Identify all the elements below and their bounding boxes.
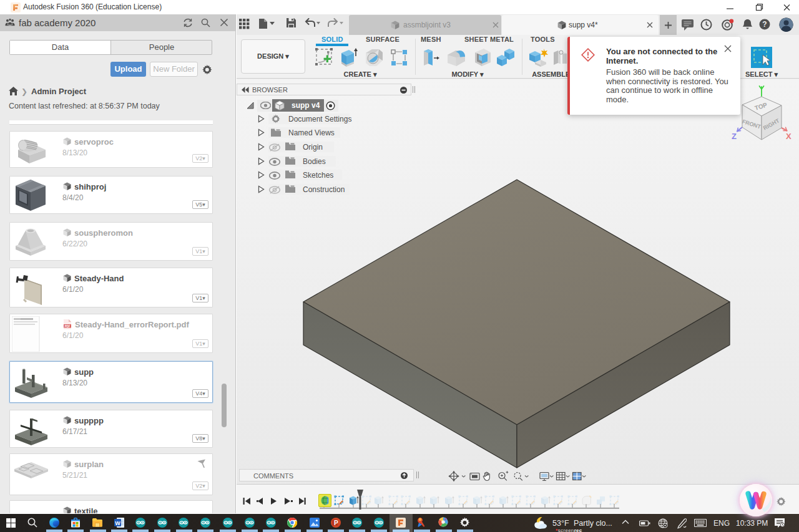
svg-text:P: P — [334, 520, 338, 526]
svg-text:X: X — [786, 132, 792, 141]
svg-text:Z: Z — [732, 132, 737, 141]
svg-text:PDF: PDF — [64, 325, 70, 328]
svg-text:W: W — [115, 520, 120, 526]
svg-text:?: ? — [762, 20, 767, 29]
